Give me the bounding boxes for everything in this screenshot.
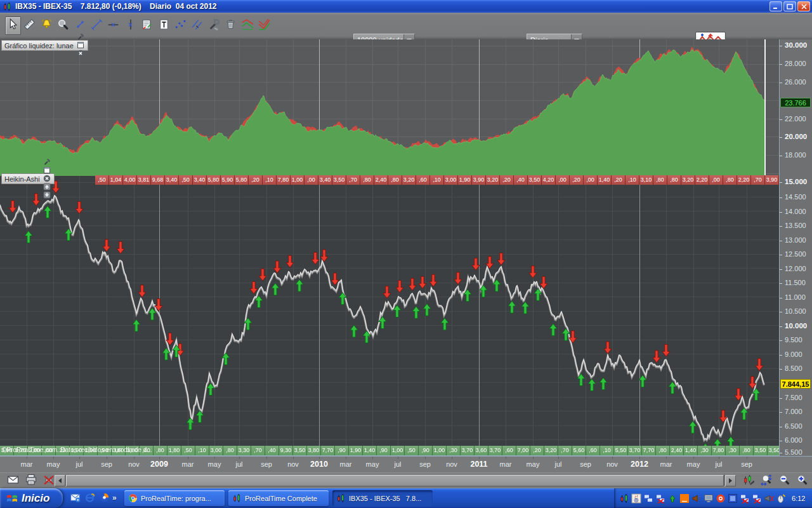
price-tick-label: 26.000: [785, 78, 806, 86]
signal-price-value: ,70: [251, 446, 265, 455]
liquidity-chart-canvas[interactable]: [0, 39, 779, 176]
tray-lan-error-icon[interactable]: [752, 493, 762, 504]
price-tick-label: 14.500: [785, 193, 806, 201]
signal-price-value: 2,20: [737, 175, 751, 185]
minimize-button[interactable]: [769, 1, 782, 11]
tray-candlestick-icon[interactable]: [619, 493, 629, 504]
heikin-ashi-chart-canvas[interactable]: [0, 176, 779, 456]
mail-button[interactable]: [5, 474, 20, 488]
signal-price-value: ,20: [570, 175, 584, 185]
tool-parallel-lines-button[interactable]: [189, 17, 205, 35]
year-label: 2009: [150, 460, 168, 469]
tool-alarm-button[interactable]: [39, 17, 55, 35]
tick-mark: [780, 412, 782, 413]
tool-ruler-button[interactable]: [22, 17, 37, 35]
signal-price-value: 9,68: [151, 175, 165, 185]
tray-graphics-icon[interactable]: [728, 493, 738, 504]
tick-mark: [780, 83, 782, 83]
tray-lan-error-icon[interactable]: [655, 493, 665, 504]
disconnect-button[interactable]: [41, 474, 56, 488]
start-button[interactable]: Inicio: [0, 488, 63, 508]
tray-display-icon[interactable]: [704, 493, 714, 504]
price-tick-label: 20.000: [785, 133, 807, 140]
quick-launch-internet-explorer[interactable]: [83, 492, 96, 505]
tool-trendline-button[interactable]: [89, 17, 105, 35]
tool-vertical-line-button[interactable]: [122, 17, 138, 35]
chrome-icon: [128, 493, 138, 503]
tray-orange-icon[interactable]: [679, 493, 690, 504]
tray-pointer-icon[interactable]: [776, 493, 786, 504]
tray-audio-icon[interactable]: [764, 493, 774, 504]
month-label: may: [687, 460, 700, 468]
time-tick-mark: [239, 457, 240, 459]
tool-fork-up-button[interactable]: [256, 17, 272, 35]
maximize-button[interactable]: [783, 1, 796, 11]
signal-price-value: 2,40: [670, 446, 684, 455]
quick-launch-outlook-express[interactable]: [69, 492, 81, 505]
tool-zoom-button[interactable]: [55, 17, 71, 35]
month-label: jul: [75, 460, 82, 468]
bottom-pane-arrow-down-button[interactable]: [43, 191, 51, 199]
signal-price-value: 3,70: [628, 446, 642, 455]
scroll-right-button[interactable]: [725, 475, 736, 486]
tick-mark: [780, 453, 782, 453]
quick-launch-overflow-chevron[interactable]: »: [112, 493, 117, 502]
tray-clock[interactable]: 6:12: [792, 495, 805, 502]
month-label: may: [527, 460, 540, 468]
triangle-right-icon: [729, 478, 732, 483]
tool-text-button[interactable]: [156, 17, 172, 35]
top-pane-title: Gráfico liquidez: lunae: [4, 42, 74, 50]
zoom-out-button[interactable]: [776, 474, 791, 488]
price-tick-label: 15.000: [785, 178, 807, 185]
tick-mark: [780, 326, 782, 327]
tick-mark: [780, 182, 782, 183]
zoom-fit-button[interactable]: [758, 474, 773, 488]
quick-launch-media-player[interactable]: [98, 492, 110, 505]
tool-points-button[interactable]: [173, 17, 188, 35]
tool-analysis-button[interactable]: [139, 17, 155, 35]
time-tick-mark: [79, 457, 80, 459]
time-tick-mark: [693, 457, 694, 459]
close-button[interactable]: [797, 1, 810, 11]
text-icon: [157, 18, 171, 34]
tray-lan-icon[interactable]: [643, 493, 653, 504]
triangle-left-icon: [58, 478, 62, 483]
tray-lan-error-icon[interactable]: [740, 493, 750, 504]
price-tick-label: 22.000: [785, 115, 806, 123]
task-button-3[interactable]: IBX35 - IBEX-35 7.8...: [332, 490, 433, 506]
tool-trash-button[interactable]: [223, 17, 239, 35]
task-button-2[interactable]: ProRealTime Complete: [228, 490, 329, 506]
tick-mark: [780, 156, 782, 156]
windows-logo-icon: [6, 492, 18, 505]
signal-price-value: ,50: [179, 175, 193, 185]
price-tick-label: 12.500: [785, 250, 806, 258]
signal-price-value: 3,00: [209, 446, 223, 455]
tray-updater-icon[interactable]: [667, 493, 678, 504]
top-pane-close-button[interactable]: [77, 50, 85, 58]
tool-pointer-button[interactable]: [5, 17, 21, 35]
tray-volume-icon[interactable]: [691, 493, 702, 504]
candles-icon: [336, 493, 346, 503]
signal-price-value: ,10: [600, 446, 614, 455]
trash-icon: [224, 18, 237, 34]
horizontal-scrollbar-thumb[interactable]: [66, 475, 724, 486]
chart-settings-button[interactable]: [740, 474, 756, 488]
scroll-left-button[interactable]: [55, 475, 65, 486]
signal-price-value: 5,60: [572, 446, 586, 455]
price-tick-label: 5.500: [785, 448, 802, 456]
signal-price-value: 3,81: [137, 175, 151, 185]
tray-java-icon[interactable]: [631, 493, 641, 504]
tool-settings-button[interactable]: [206, 17, 222, 35]
task-button-label: ProRealTime Complete: [245, 495, 317, 502]
tool-horizontal-line-button[interactable]: [105, 17, 121, 35]
tray-security-icon[interactable]: [716, 493, 726, 504]
time-tick-mark: [558, 457, 559, 459]
task-button-1[interactable]: ProRealTime: progra...: [124, 490, 225, 506]
tool-fork-down-button[interactable]: [240, 17, 256, 35]
signal-price-value: 3,00: [444, 175, 458, 185]
print-button[interactable]: [23, 474, 38, 488]
signal-price-value: 5,50: [614, 446, 628, 455]
zoom-in-button[interactable]: [794, 474, 809, 488]
time-tick-mark: [159, 457, 160, 459]
signal-price-value: ,90: [419, 446, 433, 455]
